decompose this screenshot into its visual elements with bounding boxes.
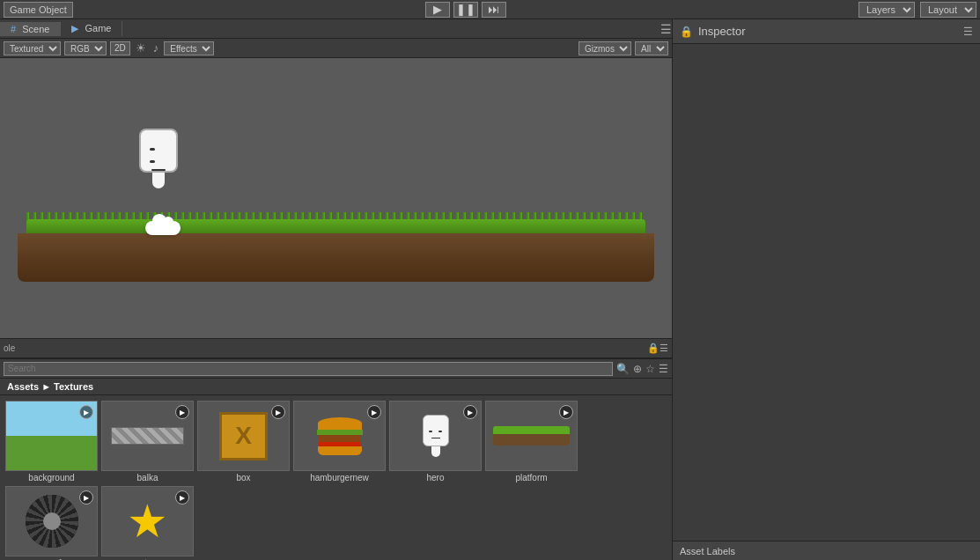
- play-background-button[interactable]: ▶: [79, 405, 93, 419]
- play-box-button[interactable]: ▶: [271, 405, 285, 419]
- breadcrumb: Assets ► Textures: [0, 379, 672, 395]
- scene-bottom-bar: ole 🔒 ☰: [0, 338, 672, 357]
- right-panel: 🔒 Inspector ☰ Asset Labels: [672, 19, 980, 560]
- breadcrumb-root: Assets: [7, 381, 39, 392]
- asset-label-hamburgernew: hamburgernew: [310, 473, 369, 483]
- sun-icon[interactable]: ☀: [134, 41, 148, 55]
- top-bar: Game Object ▶ ❚❚ ⏭ Layers Layout: [0, 0, 980, 19]
- main-area: # Scene ▶ Game ☰ Textured RGB 2D ☀ ♪ Eff…: [0, 19, 980, 560]
- asset-thumb-background: ▶: [5, 401, 98, 471]
- asset-item-hamburgernew[interactable]: ▶ hamburgernew: [293, 401, 386, 483]
- asset-label-background: background: [28, 473, 74, 483]
- saw-inner: [43, 512, 61, 530]
- 2d-button[interactable]: 2D: [110, 41, 130, 55]
- dirt-layer: [18, 233, 654, 282]
- create-icon[interactable]: ⊕: [633, 363, 642, 375]
- play-hamburgernew-button[interactable]: ▶: [367, 405, 381, 419]
- audio-icon[interactable]: ♪: [151, 41, 161, 55]
- search-input[interactable]: [4, 362, 613, 376]
- hero-drip-preview: [431, 446, 440, 457]
- shading-select[interactable]: Textured: [4, 41, 61, 55]
- hero-eye-r: [438, 431, 442, 432]
- asset-label-platform: platform: [515, 473, 547, 483]
- all-select[interactable]: All: [635, 41, 668, 55]
- hero-eye-l: [429, 431, 432, 432]
- patty: [319, 435, 361, 442]
- asset-item-box[interactable]: ▶ box: [197, 401, 290, 483]
- hero-drip: [152, 173, 165, 188]
- tomato: [319, 442, 361, 446]
- asset-label-balka: balka: [137, 473, 158, 483]
- effects-select[interactable]: Effects: [164, 41, 214, 55]
- asset-labels-text: Asset Labels: [680, 546, 735, 556]
- asset-labels-bar: Asset Labels: [673, 541, 980, 560]
- assets-grid: ▶ background ▶ balka ▶: [0, 395, 672, 560]
- play-star-button[interactable]: ▶: [175, 490, 189, 505]
- layers-dropdown[interactable]: Layers: [858, 2, 915, 18]
- lock-icon[interactable]: 🔒: [647, 343, 659, 354]
- hero-face-preview: [427, 423, 445, 438]
- assets-toolbar: 🔍 ⊕ ☆ ☰: [0, 359, 672, 379]
- search-icon[interactable]: 🔍: [616, 363, 630, 375]
- lock-icon: 🔒: [680, 26, 693, 38]
- pause-button[interactable]: ❚❚: [453, 2, 478, 18]
- play-platform-button[interactable]: ▶: [559, 405, 573, 419]
- inspector-header: 🔒 Inspector ☰: [673, 19, 980, 44]
- hero-head: [139, 129, 178, 173]
- hero-preview-container: [423, 402, 449, 470]
- left-panel: # Scene ▶ Game ☰ Textured RGB 2D ☀ ♪ Eff…: [0, 19, 672, 560]
- burger-preview: [313, 412, 366, 461]
- scene-icon: #: [11, 24, 16, 34]
- scene-game-tabs: # Scene ▶ Game ☰: [0, 19, 672, 39]
- inspector-body: [673, 44, 980, 541]
- asset-thumb-star: ★ ▶: [101, 486, 194, 556]
- gameobject-menu-button[interactable]: Game Object: [4, 2, 73, 18]
- inspector-title: Inspector: [698, 25, 958, 38]
- platform-preview: [493, 426, 571, 446]
- inspector-menu-button[interactable]: ☰: [963, 26, 973, 38]
- hero-right-eye: [150, 160, 155, 163]
- hero-head-preview: [423, 415, 449, 446]
- hero-character: [136, 129, 181, 199]
- asset-item-saw1[interactable]: ▶ saw 1: [5, 486, 98, 560]
- step-button[interactable]: ⏭: [482, 2, 506, 18]
- bottom-menu-button[interactable]: ☰: [659, 343, 668, 354]
- asset-label-box: box: [236, 473, 250, 483]
- asset-label-hero: hero: [426, 473, 444, 483]
- scene-toolbar: Textured RGB 2D ☀ ♪ Effects Gizmos All: [0, 39, 672, 58]
- asset-thumb-platform: ▶: [485, 401, 578, 471]
- box-preview: [219, 412, 268, 461]
- tab-scene[interactable]: # Scene: [0, 22, 61, 36]
- asset-thumb-hamburgernew: ▶: [293, 401, 386, 471]
- layout-dropdown[interactable]: Layout: [920, 2, 976, 18]
- breadcrumb-current: Textures: [54, 381, 93, 392]
- play-saw1-button[interactable]: ▶: [79, 490, 93, 505]
- bun-bottom: [318, 446, 362, 455]
- asset-item-background[interactable]: ▶ background: [5, 401, 98, 483]
- assets-menu-button[interactable]: ☰: [659, 363, 668, 375]
- balka-preview: [111, 427, 183, 445]
- gizmos-select[interactable]: Gizmos: [578, 41, 631, 55]
- saw-preview: [26, 495, 78, 548]
- asset-item-balka[interactable]: ▶ balka: [101, 401, 194, 483]
- asset-thumb-saw1: ▶: [5, 486, 98, 556]
- asset-item-hero[interactable]: ▶ hero: [389, 401, 482, 483]
- assets-panel: 🔍 ⊕ ☆ ☰ Assets ► Textures ▶ background: [0, 357, 672, 560]
- bun-top: [318, 417, 362, 430]
- hero-mouth: [151, 169, 166, 171]
- breadcrumb-sep: ►: [41, 381, 54, 392]
- color-select[interactable]: RGB: [64, 41, 107, 55]
- asset-thumb-balka: ▶: [101, 401, 194, 471]
- scene-viewport[interactable]: [0, 58, 672, 338]
- game-icon: ▶: [71, 23, 78, 33]
- play-hero-button[interactable]: ▶: [463, 405, 477, 419]
- scene-menu-button[interactable]: ☰: [660, 22, 672, 36]
- filter-icon[interactable]: ☆: [645, 363, 655, 375]
- play-button[interactable]: ▶: [425, 2, 450, 18]
- asset-thumb-box: ▶: [197, 401, 290, 471]
- tab-game[interactable]: ▶ Game: [61, 21, 122, 36]
- asset-item-star[interactable]: ★ ▶ star: [101, 486, 194, 560]
- play-balka-button[interactable]: ▶: [175, 405, 189, 419]
- asset-item-platform[interactable]: ▶ platform: [485, 401, 578, 483]
- hero-left-eye: [150, 148, 155, 151]
